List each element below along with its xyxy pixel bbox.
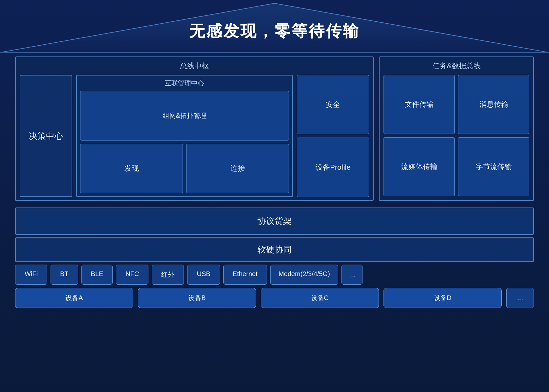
devices-row: 设备A 设备B 设备C 设备D ...: [15, 288, 534, 308]
topology-box: 组网&拓扑管理: [80, 91, 289, 141]
discovery-label: 发现: [124, 163, 139, 173]
decision-center-block: 决策中心: [20, 75, 72, 197]
security-box: 安全: [297, 75, 369, 134]
body-section: 总线中枢 决策中心 互联管理中心 组网&拓扑管理: [15, 53, 534, 392]
connectivity-row: WiFi BT BLE NFC 红外 USB Ethernet Modem(2/…: [15, 265, 534, 285]
wifi-tag: WiFi: [15, 265, 47, 285]
interconnect-row-2: 发现 连接: [80, 144, 289, 193]
file-transfer-box: 文件传输: [384, 75, 455, 134]
stream-transfer-label: 流媒体传输: [401, 162, 437, 172]
soft-hard-block: 软硬协同: [15, 237, 534, 262]
right-column: 安全 设备Profile: [297, 75, 369, 197]
byte-transfer-label: 字节流传输: [476, 162, 512, 172]
ethernet-tag: Ethernet: [223, 265, 267, 285]
task-data-bus-block: 任务&数据总线 文件传输 消息传输 流媒体传输 字节流传输: [379, 56, 534, 201]
msg-transfer-label: 消息传输: [479, 99, 508, 109]
file-transfer-label: 文件传输: [405, 99, 434, 109]
security-label: 安全: [326, 100, 340, 110]
interconnect-row-1: 组网&拓扑管理: [80, 91, 289, 141]
device-a: 设备A: [15, 288, 133, 308]
protocol-shelf-label: 协议货架: [257, 216, 292, 226]
device-profile-label: 设备Profile: [316, 163, 350, 172]
topology-label: 组网&拓扑管理: [163, 111, 207, 120]
usb-tag: USB: [187, 265, 220, 285]
more-connectivity-tag: ...: [341, 265, 362, 285]
bus-hub-inner: 决策中心 互联管理中心 组网&拓扑管理: [20, 75, 369, 197]
nfc-tag: NFC: [116, 265, 148, 285]
discovery-box: 发现: [80, 144, 183, 193]
protocol-shelf-block: 协议货架: [15, 207, 534, 235]
device-d: 设备D: [384, 288, 502, 308]
main-container: 无感发现，零等待传输 总线中枢 决策中心 互联管理中心: [0, 0, 549, 392]
interconnect-title: 互联管理中心: [80, 79, 289, 88]
soft-hard-label: 软硬协同: [257, 245, 292, 254]
bus-hub-block: 总线中枢 决策中心 互联管理中心 组网&拓扑管理: [15, 56, 374, 201]
msg-transfer-box: 消息传输: [458, 75, 529, 134]
task-data-title: 任务&数据总线: [384, 61, 529, 71]
interconnect-block: 互联管理中心 组网&拓扑管理 发现: [76, 75, 293, 197]
stream-transfer-box: 流媒体传输: [384, 137, 455, 196]
bt-tag: BT: [51, 265, 78, 285]
byte-transfer-box: 字节流传输: [458, 137, 529, 196]
modem-tag: Modem(2/3/4/5G): [270, 265, 338, 285]
bus-hub-title: 总线中枢: [20, 61, 369, 71]
connection-box: 连接: [186, 144, 289, 193]
task-data-grid: 文件传输 消息传输 流媒体传输 字节流传输: [384, 75, 529, 196]
infrared-tag: 红外: [152, 265, 184, 285]
ble-tag: BLE: [81, 265, 113, 285]
device-profile-box: 设备Profile: [297, 138, 369, 197]
device-b: 设备B: [138, 288, 256, 308]
more-devices-tag: ...: [506, 288, 534, 308]
connection-label: 连接: [231, 163, 245, 173]
device-c: 设备C: [261, 288, 379, 308]
roof-section: 无感发现，零等待传输: [0, 0, 549, 53]
main-title: 无感发现，零等待传输: [189, 14, 360, 45]
top-blocks-row: 总线中枢 决策中心 互联管理中心 组网&拓扑管理: [15, 53, 534, 205]
decision-center-label: 决策中心: [29, 130, 63, 142]
